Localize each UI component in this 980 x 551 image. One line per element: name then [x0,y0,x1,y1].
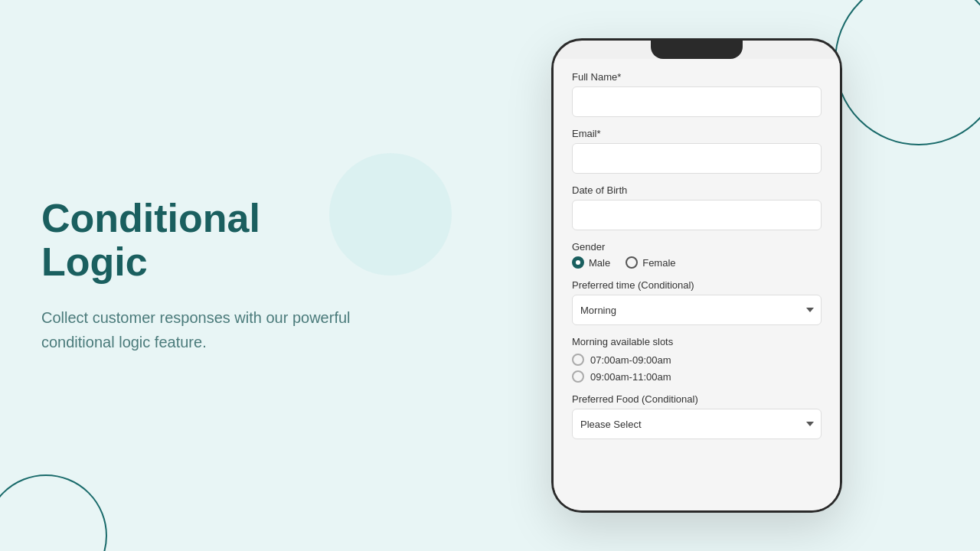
slot-1-radio[interactable] [572,354,584,366]
dob-field: Date of Birth [572,184,822,230]
gender-female-option[interactable]: Female [626,256,675,269]
dob-label: Date of Birth [572,184,822,196]
preferred-time-select-wrapper: Morning Afternoon Evening [572,295,822,325]
phone-mockup: Full Name* Email* Date of Birth Gender M… [551,38,842,513]
bg-circle-top-right [835,0,980,145]
slot-item-1[interactable]: 07:00am-09:00am [572,354,822,366]
gender-radio-group: Male Female [572,256,822,269]
slot-item-2[interactable]: 09:00am-11:00am [572,370,822,383]
full-name-label: Full Name* [572,71,822,83]
preferred-time-label: Preferred time (Conditional) [572,279,822,291]
phone-content: Full Name* Email* Date of Birth Gender M… [554,59,840,510]
morning-slots-label: Morning available slots [572,336,822,347]
dob-input[interactable] [572,200,822,230]
preferred-food-select-wrapper: Please Select Vegetarian Non-Vegetarian … [572,409,822,439]
gender-female-radio[interactable] [626,256,638,269]
gender-male-radio[interactable] [572,256,584,269]
preferred-time-field: Preferred time (Conditional) Morning Aft… [572,279,822,325]
gender-field: Gender Male Female [572,241,822,269]
email-field: Email* [572,128,822,174]
bg-circle-bottom-left [0,474,107,551]
morning-slots-section: Morning available slots 07:00am-09:00am … [572,336,822,383]
email-input[interactable] [572,143,822,174]
preferred-food-field: Preferred Food (Conditional) Please Sele… [572,393,822,439]
full-name-field: Full Name* [572,71,822,117]
email-label: Email* [572,128,822,139]
subtitle-text: Collect customer responses with our powe… [41,305,409,354]
left-panel: Conditional Logic Collect customer respo… [41,197,439,354]
full-name-input[interactable] [572,86,822,117]
main-title: Conditional Logic [41,197,439,284]
phone-notch [651,41,743,59]
preferred-food-select[interactable]: Please Select Vegetarian Non-Vegetarian … [572,409,822,439]
slot-2-radio[interactable] [572,370,584,383]
gender-male-option[interactable]: Male [572,256,610,269]
gender-label: Gender [572,241,822,253]
preferred-food-label: Preferred Food (Conditional) [572,393,822,405]
preferred-time-select[interactable]: Morning Afternoon Evening [572,295,822,325]
